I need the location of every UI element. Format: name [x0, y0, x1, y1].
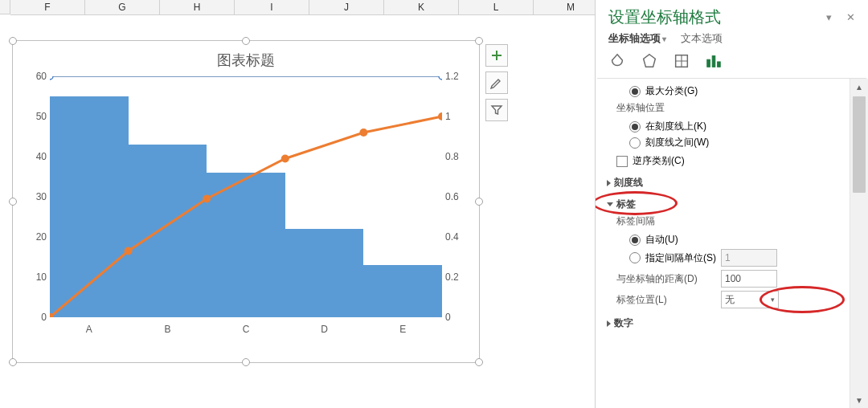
y-left-tick: 50: [26, 111, 47, 122]
y-right-tick: 0.4: [445, 231, 469, 243]
scroll-down-icon[interactable]: ▼: [850, 392, 868, 408]
column-header[interactable]: G: [85, 0, 160, 15]
section-labels[interactable]: 标签: [607, 198, 839, 211]
pane-menu-icon[interactable]: ▾: [826, 11, 832, 23]
section-number[interactable]: 数字: [607, 316, 839, 330]
checkbox-reverse-label: 逆序类别(C): [633, 154, 685, 168]
scroll-thumb[interactable]: [853, 96, 866, 193]
tab-text-options[interactable]: 文本选项: [681, 31, 723, 46]
y-left-tick: 10: [26, 271, 47, 283]
radio-max-category[interactable]: [629, 86, 641, 97]
axis-distance-label: 与坐标轴的距离(D): [616, 272, 713, 286]
radio-between-tick[interactable]: [629, 137, 641, 149]
y-left-tick: 0: [26, 312, 47, 323]
radio-interval-auto-label: 自动(U): [645, 233, 678, 247]
section-tick-marks[interactable]: 刻度线: [607, 176, 839, 190]
column-header[interactable]: F: [10, 0, 85, 15]
resize-handle[interactable]: [9, 358, 17, 366]
pane-title: 设置坐标轴格式: [608, 6, 721, 28]
y-right-tick: 0: [445, 312, 469, 323]
scroll-up-icon[interactable]: ▲: [850, 79, 868, 95]
radio-on-tick[interactable]: [629, 121, 641, 133]
effects-icon[interactable]: [639, 51, 660, 71]
y-right-tick: 0.6: [445, 191, 469, 202]
x-category-label: C: [238, 324, 254, 335]
resize-handle[interactable]: [242, 37, 250, 45]
resize-handle[interactable]: [475, 37, 483, 45]
svg-rect-13: [718, 62, 721, 67]
x-category-label: B: [159, 324, 175, 335]
radio-on-tick-label: 在刻度线上(K): [645, 120, 706, 133]
chart-filter-button[interactable]: [485, 99, 508, 121]
axis-position-label: 坐标轴位置: [616, 101, 839, 115]
resize-handle[interactable]: [475, 198, 483, 206]
y-right-tick: 0.8: [445, 151, 469, 162]
checkbox-reverse[interactable]: [616, 156, 628, 167]
axis-distance-input[interactable]: [721, 270, 777, 288]
y-left-tick: 30: [26, 191, 47, 202]
x-category-label: A: [81, 324, 97, 335]
tab-axis-options[interactable]: 坐标轴选项▾: [608, 31, 666, 46]
x-category-label: D: [317, 324, 333, 335]
column-header[interactable]: I: [235, 0, 309, 15]
column-headers: F G H I J K L M: [0, 0, 608, 14]
pane-scrollbar[interactable]: ▲ ▼: [850, 79, 868, 408]
column-header[interactable]: L: [459, 0, 534, 15]
radio-interval-unit[interactable]: [629, 252, 641, 263]
column-header[interactable]: H: [160, 0, 235, 15]
radio-interval-unit-label: 指定间隔单位(S): [645, 251, 716, 265]
y-right-tick: 0.2: [445, 271, 469, 283]
radio-between-tick-label: 刻度线之间(W): [645, 136, 709, 149]
svg-point-8: [439, 76, 442, 80]
svg-marker-9: [644, 55, 656, 67]
chart-title[interactable]: 图表标题: [13, 51, 479, 70]
y-right-tick: 1.2: [445, 71, 469, 82]
svg-point-7: [50, 76, 53, 80]
y-left-tick: 40: [26, 151, 47, 162]
x-category-label: E: [395, 324, 411, 335]
fill-line-icon[interactable]: [607, 51, 628, 71]
y-right-tick: 1: [445, 111, 469, 122]
plot-area[interactable]: 0102030405060 00.20.40.60.811.2 ABCDE: [50, 76, 442, 317]
column-header[interactable]: J: [309, 0, 384, 15]
chart-elements-button[interactable]: [485, 44, 508, 67]
chart-styles-button[interactable]: [485, 71, 508, 94]
format-axis-pane: 设置坐标轴格式 ▾ ✕ 坐标轴选项▾ 文本选项: [596, 0, 868, 408]
label-position-label: 标签位置(L): [616, 293, 713, 307]
resize-handle[interactable]: [9, 37, 17, 45]
column-header[interactable]: K: [384, 0, 459, 15]
radio-max-category-label: 最大分类(G): [645, 84, 698, 98]
col-gutter: [0, 0, 10, 14]
chart-object[interactable]: 图表标题 0102030405060 00.20.40.60.811.2 ABC…: [12, 40, 480, 363]
size-properties-icon[interactable]: [671, 51, 692, 71]
svg-rect-12: [712, 56, 715, 67]
label-position-combo[interactable]: 无▾: [721, 291, 779, 308]
axis-selection: [50, 76, 442, 317]
pane-close-icon[interactable]: ✕: [846, 11, 855, 23]
resize-handle[interactable]: [9, 198, 17, 206]
resize-handle[interactable]: [475, 358, 483, 366]
y-left-tick: 60: [26, 71, 47, 82]
y-left-tick: 20: [26, 231, 47, 243]
interval-unit-input[interactable]: [721, 249, 777, 267]
resize-handle[interactable]: [242, 358, 250, 366]
label-interval-label: 标签间隔: [616, 214, 839, 228]
svg-rect-11: [707, 59, 710, 67]
axis-options-icon[interactable]: [703, 51, 724, 71]
radio-interval-auto[interactable]: [629, 235, 641, 246]
